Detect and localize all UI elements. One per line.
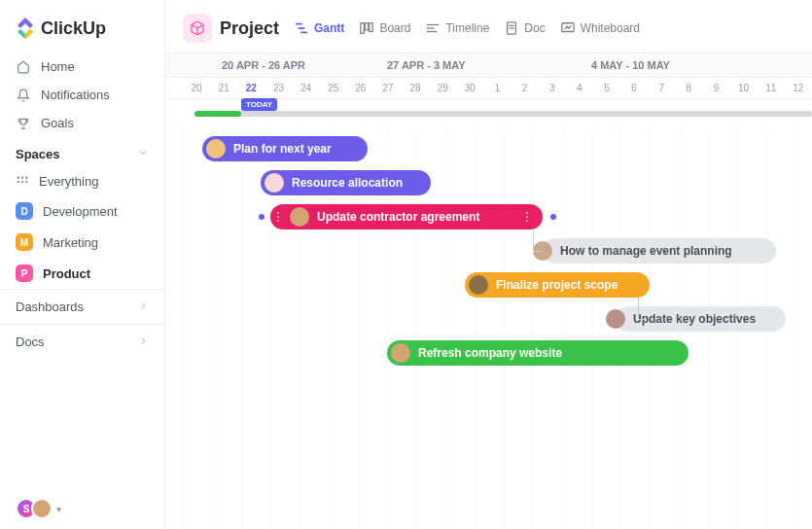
dependency-line	[533, 229, 534, 251]
cube-icon	[183, 14, 212, 43]
day-cell[interactable]: 4	[566, 78, 593, 98]
view-whiteboard[interactable]: Whiteboard	[561, 21, 640, 35]
day-cell[interactable]: 28	[402, 78, 429, 98]
logo[interactable]: ClickUp	[0, 18, 164, 53]
gantt-area[interactable]: Plan for next yearResource allocationUpd…	[183, 126, 812, 529]
gantt-bar[interactable]: Finalize project scope	[465, 272, 650, 298]
day-cell[interactable]: 20	[183, 78, 210, 98]
space-label: Product	[43, 266, 90, 281]
svg-point-5	[25, 180, 28, 183]
nav-label: Goals	[41, 116, 74, 130]
sidebar-docs[interactable]: Docs	[0, 324, 164, 359]
gantt-bar[interactable]: Refresh company website	[387, 340, 688, 366]
task-label: Update contractor agreement	[317, 210, 479, 224]
spaces-header[interactable]: Spaces	[0, 137, 164, 167]
day-cell[interactable]: 25	[320, 78, 347, 98]
view-gantt[interactable]: Gantt	[295, 21, 344, 35]
dependency-dot[interactable]	[259, 214, 265, 220]
home-icon	[16, 60, 31, 74]
grid-dots-icon	[16, 175, 29, 189]
sidebar: ClickUp Home Notifications Goals Spaces …	[0, 0, 165, 529]
svg-rect-8	[299, 27, 305, 29]
task-label: How to manage event planning	[560, 244, 732, 258]
dependency-line	[638, 298, 639, 319]
day-cell[interactable]: 24	[293, 78, 320, 98]
day-cell[interactable]: 11	[758, 78, 785, 98]
project-heading[interactable]: Project	[183, 14, 279, 43]
sidebar-item-marketing[interactable]: MMarketing	[0, 227, 164, 258]
day-cell[interactable]: 22	[237, 78, 265, 98]
dependency-line	[638, 319, 645, 320]
day-cell[interactable]: 7	[648, 78, 675, 98]
trophy-icon	[16, 117, 31, 130]
period-headers: 20 APR - 26 APR27 APR - 3 MAY4 MAY - 10 …	[165, 53, 812, 78]
svg-rect-9	[300, 32, 307, 34]
avatar	[606, 309, 625, 329]
gantt-bar[interactable]: Resource allocation	[261, 170, 431, 195]
svg-rect-11	[366, 23, 370, 30]
sidebar-item-product[interactable]: PProduct	[0, 258, 164, 289]
doc-icon	[505, 21, 518, 35]
avatar	[265, 173, 284, 193]
day-cell[interactable]: 10	[730, 78, 758, 98]
nav-goals[interactable]: Goals	[0, 109, 164, 137]
space-badge-icon: M	[16, 233, 33, 251]
task-label: Resource allocation	[292, 176, 403, 190]
day-cell[interactable]: 29	[429, 78, 456, 98]
day-cell[interactable]: 12	[785, 78, 812, 98]
svg-point-3	[17, 180, 19, 183]
nav-label: Home	[41, 59, 75, 74]
board-icon	[360, 21, 373, 35]
svg-point-0	[17, 176, 19, 179]
space-label: Development	[43, 204, 118, 219]
avatar	[206, 139, 226, 159]
svg-point-1	[21, 176, 24, 179]
drag-grip-icon[interactable]	[526, 212, 528, 222]
day-cell[interactable]: 1	[483, 78, 511, 98]
day-cell[interactable]: 21	[210, 78, 237, 98]
svg-rect-10	[361, 23, 365, 34]
svg-point-4	[21, 180, 24, 183]
period-label: 4 MAY - 10 MAY	[591, 53, 795, 77]
day-cell[interactable]: 30	[456, 78, 483, 98]
logo-text: ClickUp	[41, 18, 106, 39]
chevron-down-icon: ▾	[56, 504, 61, 514]
project-title: Project	[220, 18, 279, 39]
sidebar-item-development[interactable]: DDevelopment	[0, 195, 164, 227]
user-avatars[interactable]: S ▾	[0, 498, 164, 519]
toolbar: Project Gantt Board Timeline Doc Whitebo…	[165, 0, 812, 53]
day-cell[interactable]: 3	[539, 78, 566, 98]
avatar	[391, 343, 410, 363]
nav-notifications[interactable]: Notifications	[0, 81, 164, 109]
day-cell[interactable]: 2	[512, 78, 539, 98]
gantt-bar[interactable]: Update contractor agreement	[270, 204, 543, 229]
task-label: Plan for next year	[233, 142, 332, 156]
view-board[interactable]: Board	[360, 21, 410, 35]
gantt-bar[interactable]: Plan for next year	[202, 136, 368, 161]
svg-rect-12	[370, 23, 373, 32]
drag-grip-icon[interactable]	[277, 212, 279, 222]
svg-point-2	[25, 176, 28, 179]
nav-home[interactable]: Home	[0, 53, 164, 81]
day-cell[interactable]: 27	[374, 78, 402, 98]
svg-rect-7	[296, 23, 302, 25]
chevron-down-icon	[137, 147, 149, 161]
day-cell[interactable]: 8	[675, 78, 702, 98]
view-doc[interactable]: Doc	[505, 21, 545, 35]
space-label: Marketing	[43, 235, 98, 250]
period-label: 27 APR - 3 MAY	[387, 53, 591, 77]
day-cell[interactable]: 9	[702, 78, 729, 98]
day-cell[interactable]: 5	[593, 78, 620, 98]
overall-progress	[183, 111, 812, 117]
dependency-dot[interactable]	[550, 214, 556, 220]
dependency-line	[533, 251, 543, 252]
bell-icon	[16, 88, 31, 102]
gantt-icon	[295, 21, 308, 35]
day-cell[interactable]: 26	[347, 78, 374, 98]
sidebar-dashboards[interactable]: Dashboards	[0, 289, 164, 324]
view-timeline[interactable]: Timeline	[426, 21, 489, 35]
day-cell[interactable]: 6	[620, 78, 648, 98]
sidebar-item-everything[interactable]: Everything	[0, 167, 164, 195]
day-cell[interactable]: 23	[265, 78, 292, 98]
gantt-bar[interactable]: How to manage event planning	[543, 238, 776, 264]
